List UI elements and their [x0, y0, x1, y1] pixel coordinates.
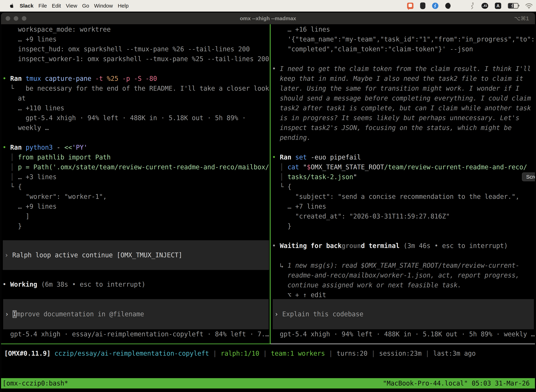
terminal-line: continue assigned work or next feasible … [272, 280, 535, 290]
menu-item-edit[interactable]: Edit [52, 3, 61, 9]
terminal-line: pending. [272, 133, 535, 143]
bolt-circle-icon[interactable] [432, 3, 438, 9]
terminal-line: } [272, 221, 535, 231]
terminal-line: • Waiting for background terminal (3m 46… [272, 241, 535, 251]
menu-status-icons: ..61 A [407, 2, 533, 9]
right-prompt-input[interactable]: › Explain this codebase [273, 299, 534, 329]
terminal-line: weekly … [2, 123, 270, 133]
terminal-line [2, 64, 270, 74]
terminal-line [272, 251, 535, 261]
terminal-line: • Ran set -euo pipefail [272, 152, 535, 162]
terminal-line: inspect_hud: omx sparkshell --tmux-pane … [2, 44, 270, 54]
terminal-line: • I need to get the claim token from the… [272, 64, 535, 74]
terminal-line: } [2, 221, 270, 231]
title-bar: omx --xhigh --madmax ⌥⌘1 [1, 13, 535, 24]
apple-menu-icon[interactable] [9, 3, 14, 9]
inject-message-box[interactable]: › Ralph loop active continue [OMX_TMUX_I… [3, 240, 269, 270]
window-title: omx --xhigh --madmax [1, 15, 535, 21]
terminal-line: gpt-5.4 xhigh · 94% left · 488K in · 5.1… [2, 113, 270, 123]
right-pane-status-line: gpt-5.4 xhigh · 94% left · 488K in · 5.1… [272, 329, 535, 339]
terminal-line: "completed","claim_token":"claim-token"}… [272, 44, 535, 54]
left-pane-status-line: gpt-5.4 xhigh · essay/ai-reimplementatio… [2, 329, 270, 339]
terminal-line: should send a message before completing … [272, 93, 535, 103]
left-scrollback: workspace_mode: worktree … +9 lines insp… [2, 25, 270, 231]
pane-left: workspace_mode: worktree … +9 lines insp… [1, 24, 270, 344]
terminal-line: ↳ 1 new msg(s): read $OMX_TEAM_STATE_ROO… [272, 261, 535, 271]
text-cursor: I [13, 310, 17, 318]
terminal-line: › Ralph loop active continue [OMX_TMUX_I… [5, 250, 182, 260]
terminal-line [272, 143, 535, 152]
terminal-line: └ { [2, 182, 270, 192]
window-shortcut: ⌥⌘1 [514, 15, 529, 22]
right-scrollback: … +16 lines '{"team_name":"my-team","tas… [272, 25, 535, 300]
dots-grid-icon[interactable] [458, 3, 464, 9]
terminal-line: • Working (6m 38s • esc to interrupt) [2, 280, 270, 289]
terminal-line: gpt-5.4 xhigh · essay/ai-reimplementatio… [2, 329, 270, 339]
terminal-line: • Ran tmux capture-pane -t %25 -p -S -80 [2, 74, 270, 84]
screen-tooltip: Scre [522, 173, 535, 181]
pane-right: … +16 lines '{"team_name":"my-team","tas… [271, 24, 535, 344]
terminal-line: later. Using the same for transition mig… [272, 84, 535, 93]
terminal-line: keep that in mind. Maybe I also need the… [272, 74, 535, 84]
chat-icon[interactable] [407, 3, 413, 9]
terminal-line: • Ran python3 - <<'PY' [2, 143, 270, 152]
terminal-line [272, 231, 535, 241]
terminal-line: … +9 lines [2, 34, 270, 44]
screen: SlackFileEditViewGoWindowHelp ..61 A [0, 0, 536, 392]
menu-item-help[interactable]: Help [118, 3, 129, 9]
terminal-line: … +7 lines [272, 202, 535, 211]
tmux-status-bar: [omx-cczip0:bash* "MacBook-Pro-44.local"… [1, 378, 535, 388]
terminal-line: [OMX#0.11.9] cczip/essay/ai-reimplementa… [4, 349, 535, 359]
terminal-line: at [2, 93, 270, 103]
terminal-line: │ p = Path('.omx/state/team/review-curre… [2, 162, 270, 172]
terminal-line: gpt-5.4 xhigh · 94% left · 488K in · 5.1… [272, 329, 535, 339]
minimize-button[interactable] [14, 16, 18, 21]
close-button[interactable] [6, 16, 10, 21]
terminal-line: readme-and-reco/mailbox/worker-1.json, a… [272, 271, 535, 280]
moon-icon[interactable] [445, 3, 451, 9]
zoom-button[interactable] [22, 16, 26, 21]
tmux-host-clock: "MacBook-Pro-44.local" 05:03 31-Mar-26 [383, 379, 530, 387]
terminal-line: │ from pathlib import Path [2, 152, 270, 162]
wifi-icon[interactable] [525, 3, 533, 9]
right-pane-border [271, 344, 535, 344]
omx-status-line: [OMX#0.11.9] cczip/essay/ai-reimplementa… [4, 349, 535, 359]
squiggle-icon[interactable] [470, 2, 475, 9]
terminal-line: "subject": "send a concise recommendatio… [272, 192, 535, 202]
left-prompt-input[interactable]: › Improve documentation in @filename [3, 299, 269, 329]
tooltip-label: Scre [526, 174, 535, 180]
left-pane-border [1, 344, 270, 344]
battery-icon[interactable] [508, 3, 518, 9]
terminal-line: │ tasks/task-2.json" [272, 172, 535, 182]
shield-grid-icon[interactable] [420, 2, 425, 9]
menu-item-file[interactable]: File [38, 3, 47, 9]
terminal-line: workspace_mode: worktree [2, 25, 270, 34]
terminal-window: omx --xhigh --madmax ⌥⌘1 workspace_mode:… [1, 13, 535, 392]
menu-item-view[interactable]: View [66, 3, 77, 9]
terminal-line: … +9 lines [2, 202, 270, 211]
terminal-line: │ cat "$OMX_TEAM_STATE_ROOT/team/review-… [272, 162, 535, 172]
menu-item-slack[interactable]: Slack [20, 3, 34, 9]
menu-item-window[interactable]: Window [94, 3, 113, 9]
terminal-line [272, 54, 535, 64]
terminal-line: │ … +3 lines [2, 172, 270, 182]
tmux-session-label[interactable]: [omx-cczip0:bash* [2, 379, 68, 387]
traffic-lights [6, 16, 26, 21]
terminal-line: inspect_worker-1: omx sparkshell --tmux-… [2, 54, 270, 64]
terminal-line: └ { [272, 182, 535, 192]
terminal-line: task2 after task1 is complete, but can I… [272, 103, 535, 113]
menu-bar: SlackFileEditViewGoWindowHelp ..61 A [0, 0, 536, 12]
terminal-line: inspect task2's JSON, focusing on the st… [272, 123, 535, 133]
terminal-content: workspace_mode: worktree … +9 lines insp… [1, 24, 535, 392]
working-status-line: • Working (6m 38s • esc to interrupt) [2, 280, 270, 289]
menu-item-go[interactable]: Go [82, 3, 89, 9]
terminal-line [2, 133, 270, 143]
input-source-a-icon[interactable]: A [495, 3, 501, 9]
terminal-line: … +110 lines [2, 103, 270, 113]
menu-items: SlackFileEditViewGoWindowHelp [20, 3, 129, 9]
terminal-line: "worker": "worker-1", [2, 192, 270, 202]
terminal-line: "created_at": "2026-03-31T11:59:27.816Z" [272, 211, 535, 221]
badge-61-icon[interactable]: ..61 [482, 3, 488, 9]
terminal-line: … +16 lines [272, 25, 535, 34]
terminal-line: › Improve documentation in @filename [5, 309, 144, 319]
